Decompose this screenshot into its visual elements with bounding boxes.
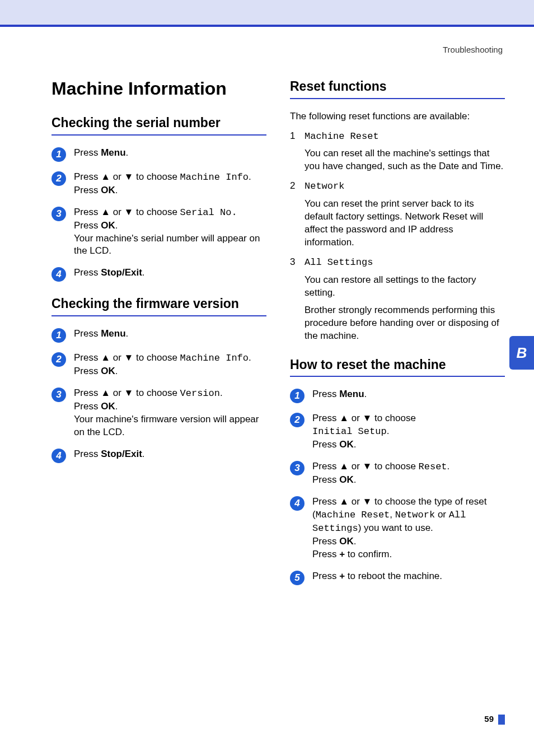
step-item: 4Press Stop/Exit. (51, 448, 266, 463)
step-item: 2Press ▲ or ▼ to chooseInitial Setup.Pre… (290, 412, 505, 451)
step-item: 1Press Menu. (51, 328, 266, 343)
list-item: NetworkYou can reset the print server ba… (290, 180, 505, 249)
header-band (0, 0, 534, 25)
step-marker: 5 (290, 571, 305, 585)
step-marker: 4 (51, 449, 66, 463)
step-body: Press + to reboot the machine. (312, 570, 505, 583)
step-item: 2Press ▲ or ▼ to choose Machine Info.Pre… (51, 352, 266, 378)
reset-intro: The following reset functions are availa… (290, 110, 505, 123)
step-body: Press Menu. (74, 147, 266, 160)
steps-reset: 1Press Menu.2Press ▲ or ▼ to chooseIniti… (290, 388, 505, 585)
step-marker: 1 (51, 147, 66, 162)
step-marker: 2 (290, 413, 305, 427)
left-column: Machine Information Checking the serial … (51, 79, 266, 594)
step-body: Press Menu. (74, 328, 266, 340)
step-marker: 2 (51, 352, 66, 367)
step-body: Press ▲ or ▼ to chooseInitial Setup.Pres… (312, 412, 505, 451)
step-item: 2Press ▲ or ▼ to choose Machine Info.Pre… (51, 171, 266, 197)
step-body: Press ▲ or ▼ to choose the type of reset… (312, 496, 505, 561)
step-marker: 3 (51, 388, 66, 402)
reset-option-name: Machine Reset (305, 131, 379, 142)
section-heading-firmware: Checking the firmware version (51, 296, 266, 316)
step-item: 3Press ▲ or ▼ to choose Serial No.Press … (51, 206, 266, 258)
list-item: All SettingsYou can restore all settings… (290, 256, 505, 343)
page-number-bar (498, 715, 505, 725)
step-marker: 3 (51, 207, 66, 221)
step-body: Press Stop/Exit. (74, 448, 266, 461)
reset-functions-list: Machine ResetYou can reset all the machi… (290, 130, 505, 343)
reset-option-name: All Settings (305, 257, 373, 268)
reset-option-name: Network (305, 181, 344, 192)
step-item: 3Press ▲ or ▼ to choose Version.Press OK… (51, 387, 266, 439)
step-item: 3Press ▲ or ▼ to choose Reset.Press OK. (290, 460, 505, 487)
step-body: Press ▲ or ▼ to choose Machine Info.Pres… (74, 171, 266, 197)
right-column: Reset functions The following reset func… (290, 79, 505, 594)
step-marker: 1 (290, 389, 305, 403)
step-marker: 4 (51, 267, 66, 282)
step-item: 1Press Menu. (51, 147, 266, 162)
step-marker: 2 (51, 171, 66, 186)
page-title: Machine Information (51, 79, 266, 99)
breadcrumb: Troubleshooting (0, 45, 503, 54)
step-marker: 4 (290, 496, 305, 511)
section-heading-how-to-reset: How to reset the machine (290, 357, 505, 377)
step-body: Press ▲ or ▼ to choose Reset.Press OK. (312, 460, 505, 487)
step-body: Press Stop/Exit. (74, 267, 266, 279)
step-item: 5Press + to reboot the machine. (290, 570, 505, 585)
step-body: Press ▲ or ▼ to choose Machine Info.Pres… (74, 352, 266, 378)
step-item: 4Press ▲ or ▼ to choose the type of rese… (290, 496, 505, 561)
step-body: Press ▲ or ▼ to choose Serial No.Press O… (74, 206, 266, 258)
step-item: 4Press Stop/Exit. (51, 267, 266, 282)
step-item: 1Press Menu. (290, 388, 505, 403)
section-heading-reset-functions: Reset functions (290, 79, 505, 99)
step-marker: 3 (290, 461, 305, 475)
section-heading-serial: Checking the serial number (51, 115, 266, 136)
steps-firmware: 1Press Menu.2Press ▲ or ▼ to choose Mach… (51, 328, 266, 463)
steps-serial: 1Press Menu.2Press ▲ or ▼ to choose Mach… (51, 147, 266, 282)
step-body: Press Menu. (312, 388, 505, 401)
list-item: Machine ResetYou can reset all the machi… (290, 130, 505, 174)
step-marker: 1 (51, 328, 66, 343)
header-rule (0, 25, 534, 27)
page-number: 59 (484, 714, 494, 724)
step-body: Press ▲ or ▼ to choose Version.Press OK.… (74, 387, 266, 439)
